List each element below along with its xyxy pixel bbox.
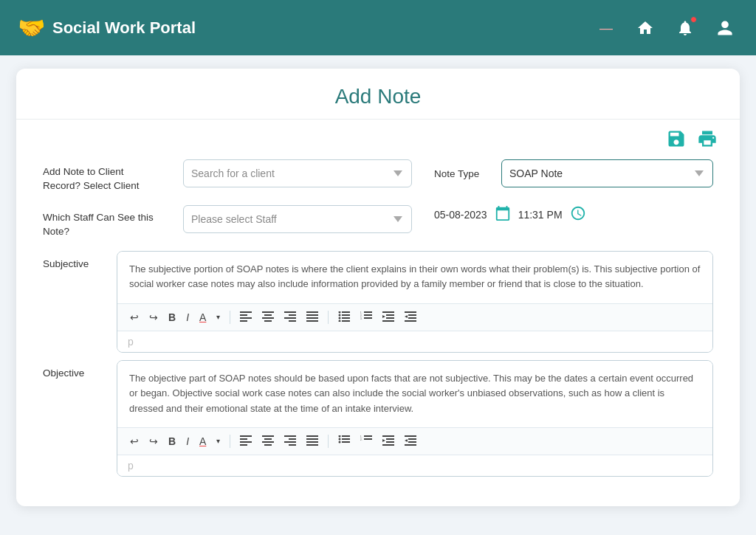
note-type-select[interactable]: SOAP Note Progress Note Assessment Note …	[501, 159, 713, 187]
obj-font-color-arrow-button[interactable]: ▾	[213, 435, 224, 447]
svg-rect-7	[264, 320, 272, 322]
form-section: Add Note to Client Record? Select Client…	[16, 152, 740, 477]
svg-point-18	[339, 314, 341, 316]
subjective-toolbar: ↩ ↪ B I A ▾	[117, 303, 712, 331]
svg-rect-45	[264, 438, 272, 440]
svg-rect-53	[306, 438, 318, 440]
svg-rect-74	[408, 441, 416, 443]
svg-rect-43	[240, 444, 247, 446]
obj-font-color-button[interactable]: A	[196, 434, 210, 449]
obj-bullet-list-button[interactable]	[334, 433, 354, 449]
datetime-col: 05-08-2023 11:31 PM	[434, 205, 713, 225]
bold-button[interactable]: B	[165, 310, 179, 325]
logo-area: 🤝 Social Work Portal	[18, 15, 196, 41]
print-button[interactable]	[697, 128, 718, 149]
obj-align-left-button[interactable]	[236, 433, 255, 449]
objective-toolbar: ↩ ↪ B I A ▾	[117, 427, 712, 455]
note-type-label: Note Type	[434, 168, 489, 179]
align-left-button[interactable]	[236, 309, 255, 325]
svg-rect-61	[342, 441, 350, 443]
obj-italic-button[interactable]: I	[182, 434, 193, 449]
align-center-button[interactable]	[258, 309, 278, 325]
obj-undo-button[interactable]: ↩	[126, 434, 142, 449]
svg-point-16	[339, 311, 341, 314]
italic-button[interactable]: I	[182, 310, 193, 325]
notification-dot	[690, 16, 697, 23]
svg-rect-49	[289, 438, 296, 440]
main-card: Add Note Add Note to Client Record? Sele…	[16, 69, 740, 506]
svg-rect-63	[364, 435, 372, 437]
obj-align-right-button[interactable]	[281, 433, 300, 449]
subjective-content[interactable]: p	[117, 331, 712, 352]
svg-rect-33	[386, 317, 394, 319]
svg-rect-37	[408, 314, 416, 316]
indent-button[interactable]	[401, 309, 420, 325]
user-button[interactable]	[712, 15, 738, 41]
svg-marker-36	[405, 315, 408, 318]
svg-rect-35	[405, 311, 416, 313]
svg-rect-75	[405, 444, 416, 446]
ordered-list-button[interactable]: 1.2.3.	[357, 309, 376, 325]
page-title: Add Note	[16, 85, 740, 108]
svg-rect-3	[240, 320, 247, 322]
svg-marker-67	[382, 439, 385, 442]
toolbar-row	[16, 120, 740, 152]
svg-rect-66	[382, 435, 394, 437]
svg-point-60	[339, 441, 341, 443]
svg-rect-50	[284, 441, 296, 443]
clock-icon[interactable]	[570, 205, 586, 225]
svg-rect-40	[240, 435, 252, 437]
svg-point-22	[339, 320, 341, 322]
obj-align-center-button[interactable]	[258, 433, 278, 449]
svg-rect-11	[289, 320, 296, 322]
svg-rect-57	[342, 435, 350, 437]
logo-icon: 🤝	[18, 15, 45, 41]
align-justify-button[interactable]	[303, 309, 322, 325]
svg-rect-21	[342, 317, 350, 319]
undo-button[interactable]: ↩	[126, 310, 142, 325]
obj-redo-button[interactable]: ↪	[145, 434, 162, 449]
svg-rect-65	[364, 438, 372, 440]
svg-rect-34	[382, 320, 394, 322]
obj-outdent-button[interactable]	[379, 433, 398, 449]
svg-rect-5	[264, 314, 272, 316]
staff-input-col: Please select Staff	[183, 205, 412, 233]
svg-rect-69	[386, 441, 394, 443]
outdent-button[interactable]	[379, 309, 398, 325]
svg-rect-47	[264, 444, 272, 446]
svg-rect-8	[284, 311, 296, 313]
calendar-icon[interactable]	[495, 205, 511, 225]
objective-editor[interactable]: The objective part of SOAP notes should …	[117, 360, 713, 477]
svg-rect-23	[342, 320, 350, 322]
save-button[interactable]	[666, 128, 687, 149]
obj-bold-button[interactable]: B	[165, 434, 179, 449]
svg-rect-14	[306, 317, 318, 319]
redo-button[interactable]: ↪	[145, 310, 162, 325]
time-value: 11:31 PM	[518, 209, 563, 221]
subjective-editor[interactable]: The subjective portion of SOAP notes is …	[117, 251, 713, 353]
svg-rect-12	[306, 311, 318, 313]
svg-rect-4	[262, 311, 274, 313]
user-icon	[716, 19, 734, 37]
objective-placeholder: The objective part of SOAP notes should …	[117, 361, 712, 427]
font-color-button[interactable]: A	[196, 310, 210, 325]
align-right-button[interactable]	[281, 309, 300, 325]
client-select[interactable]: Search for a client	[183, 159, 412, 187]
objective-content[interactable]: p	[117, 455, 712, 476]
client-note-type-row: Add Note to Client Record? Select Client…	[43, 159, 713, 193]
minimize-button[interactable]: —	[599, 21, 613, 35]
font-color-arrow-button[interactable]: ▾	[213, 311, 224, 323]
obj-ordered-list-button[interactable]: 1.2.	[357, 433, 376, 449]
objective-row: Objective The objective part of SOAP not…	[43, 360, 713, 477]
subjective-row: Subjective The subjective portion of SOA…	[43, 251, 713, 353]
obj-indent-button[interactable]	[401, 433, 420, 449]
svg-marker-72	[405, 439, 408, 442]
obj-align-justify-button[interactable]	[303, 433, 322, 449]
staff-select[interactable]: Please select Staff	[183, 205, 412, 233]
svg-rect-17	[342, 311, 350, 313]
bullet-list-button[interactable]	[334, 309, 354, 325]
obj-separator-1	[230, 435, 230, 448]
home-button[interactable]	[632, 15, 659, 41]
svg-marker-31	[382, 315, 385, 318]
subjective-label: Subjective	[43, 251, 102, 269]
